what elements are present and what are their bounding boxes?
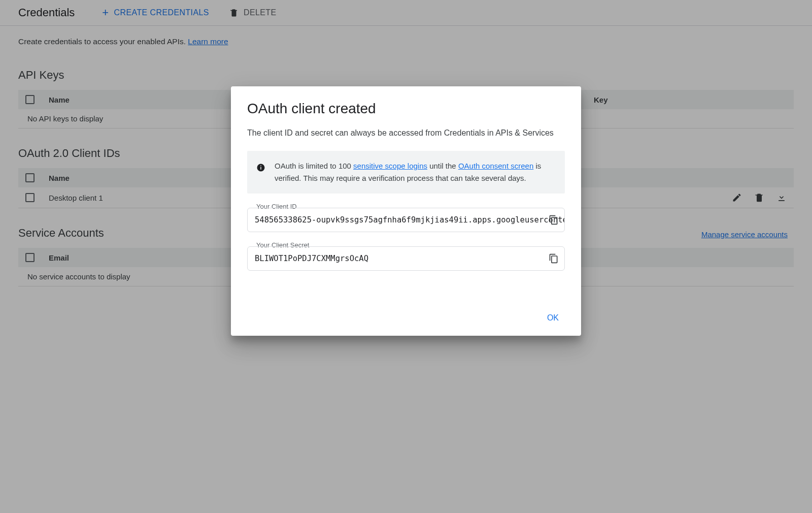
- oauth-created-dialog: OAuth client created The client ID and s…: [231, 86, 581, 336]
- info-icon: [256, 163, 265, 176]
- ok-button[interactable]: OK: [541, 309, 565, 327]
- sensitive-scope-logins-link[interactable]: sensitive scope logins: [353, 162, 427, 170]
- client-id-field: Your Client ID 548565338625-oupvk9ssgs75…: [247, 208, 565, 232]
- dialog-title: OAuth client created: [247, 101, 565, 117]
- modal-overlay[interactable]: OAuth client created The client ID and s…: [0, 0, 812, 513]
- copy-client-secret-icon[interactable]: [549, 253, 559, 264]
- client-secret-field: Your Client Secret BLIWOT1PoPDJ7CXMMgrsO…: [247, 246, 565, 271]
- info-banner: OAuth is limited to 100 sensitive scope …: [247, 151, 565, 194]
- client-id-value[interactable]: 548565338625-oupvk9ssgs75agfnha6f9mjkjia…: [247, 208, 565, 232]
- svg-rect-2: [260, 165, 261, 166]
- oauth-consent-screen-link[interactable]: OAuth consent screen: [458, 162, 533, 170]
- svg-rect-1: [260, 167, 261, 169]
- client-secret-value[interactable]: BLIWOT1PoPDJ7CXMMgrsOcAQ: [247, 246, 565, 271]
- copy-client-id-icon[interactable]: [549, 215, 559, 225]
- dialog-subtitle: The client ID and secret can always be a…: [247, 127, 565, 140]
